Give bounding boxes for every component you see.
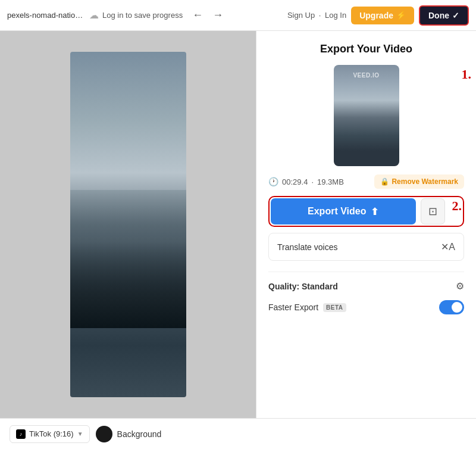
translate-icon: ✕A — [441, 241, 455, 252]
faster-export-row: Faster Export BETA — [268, 300, 464, 314]
tiktok-icon: ♪ — [16, 429, 26, 439]
annotation-step2: 2. — [452, 198, 462, 224]
done-button[interactable]: Done ✓ — [419, 5, 469, 26]
header-right-actions: Sign Up · Log In Upgrade ⚡ Done ✓ — [287, 5, 469, 26]
canvas-area — [0, 31, 256, 418]
checkmark-icon: ✓ — [452, 11, 459, 20]
quality-gear-icon[interactable]: ⚙ — [456, 280, 464, 292]
platform-selector[interactable]: ♪ TikTok (9:16) ▼ — [10, 425, 90, 443]
log-in-prompt: Log in to save progress — [102, 11, 183, 20]
chevron-down-icon: ▼ — [77, 431, 83, 437]
video-meta-row: 🕐 00:29.4 · 19.3MB 🔒 Remove Watermark — [268, 174, 464, 189]
faster-export-toggle[interactable] — [439, 300, 464, 314]
background-color-circle — [96, 426, 112, 442]
translate-voices-label: Translate voices — [277, 242, 337, 252]
log-in-link[interactable]: Log In — [325, 11, 346, 20]
video-thumbnail: VEED.IO — [334, 65, 399, 166]
upload-icon: ⬆ — [371, 206, 378, 217]
upgrade-button[interactable]: Upgrade ⚡ — [351, 7, 414, 24]
clock-icon: 🕐 — [268, 177, 278, 186]
faster-export-left: Faster Export BETA — [268, 303, 346, 312]
app-header: pexels-nomad-nation-... ☁ Log in to save… — [0, 0, 476, 31]
main-area: 1. Export Your Video VEED.IO 🕐 00:29.4 ·… — [0, 31, 476, 418]
video-duration: 00:29.4 — [282, 177, 308, 186]
sign-up-link[interactable]: Sign Up — [287, 11, 315, 20]
cloud-icon: ☁ — [89, 10, 99, 21]
annotation-step1: 1. — [462, 67, 472, 82]
quality-row: Quality: Standard ⚙ — [268, 280, 464, 292]
canvas-video-preview — [70, 52, 186, 397]
back-button[interactable]: ← — [190, 7, 205, 24]
upgrade-label: Upgrade — [359, 11, 393, 20]
divider — [268, 272, 464, 272]
video-size: 19.3MB — [317, 177, 344, 186]
export-video-button[interactable]: Export Video ⬆ — [271, 198, 416, 224]
auth-separator: · — [319, 11, 323, 20]
translate-voices-row[interactable]: Translate voices ✕A — [268, 233, 464, 261]
export-video-label: Export Video — [308, 206, 366, 217]
export-share-button[interactable]: ⊡ — [421, 198, 445, 224]
quality-label: Quality: Standard — [268, 282, 338, 291]
background-selector[interactable]: Background — [96, 426, 162, 442]
done-label: Done — [428, 11, 449, 20]
share-icon: ⊡ — [428, 205, 437, 218]
export-video-row: Export Video ⬆ ⊡ 2. — [268, 196, 464, 227]
remove-watermark-label: Remove Watermark — [392, 177, 458, 186]
remove-watermark-button[interactable]: 🔒 Remove Watermark — [374, 174, 464, 189]
faster-export-label: Faster Export — [268, 303, 318, 312]
export-panel: Export Your Video VEED.IO 🕐 00:29.4 · 19… — [256, 31, 476, 418]
platform-label: TikTok (9:16) — [29, 429, 74, 438]
nav-arrows: ← → — [190, 7, 226, 24]
quality-value: Standard — [302, 282, 338, 291]
background-label: Background — [117, 429, 162, 439]
watermark-text: VEED.IO — [334, 72, 399, 79]
filename-label: pexels-nomad-nation-... — [7, 11, 84, 20]
bottom-bar: ♪ TikTok (9:16) ▼ Background — [0, 418, 476, 449]
forward-button[interactable]: → — [210, 7, 226, 24]
auth-links: Sign Up · Log In — [287, 11, 346, 20]
beta-badge: BETA — [323, 303, 346, 312]
video-size-separator: · — [311, 177, 314, 186]
export-title: Export Your Video — [268, 43, 464, 55]
bolt-icon: ⚡ — [396, 11, 406, 20]
video-info: 🕐 00:29.4 · 19.3MB — [268, 177, 344, 186]
quality-label-text: Quality: — [268, 282, 302, 291]
lock-icon: 🔒 — [380, 177, 389, 186]
